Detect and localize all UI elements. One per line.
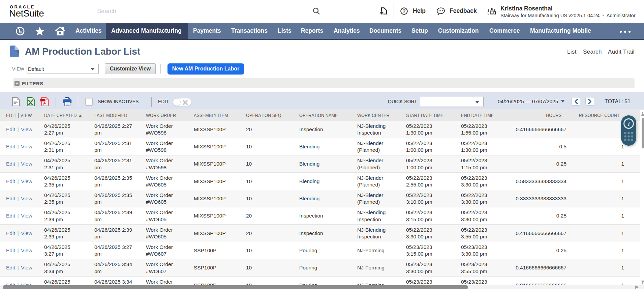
svg-text:?: ? (402, 8, 405, 14)
svg-text:i: i (628, 121, 630, 127)
